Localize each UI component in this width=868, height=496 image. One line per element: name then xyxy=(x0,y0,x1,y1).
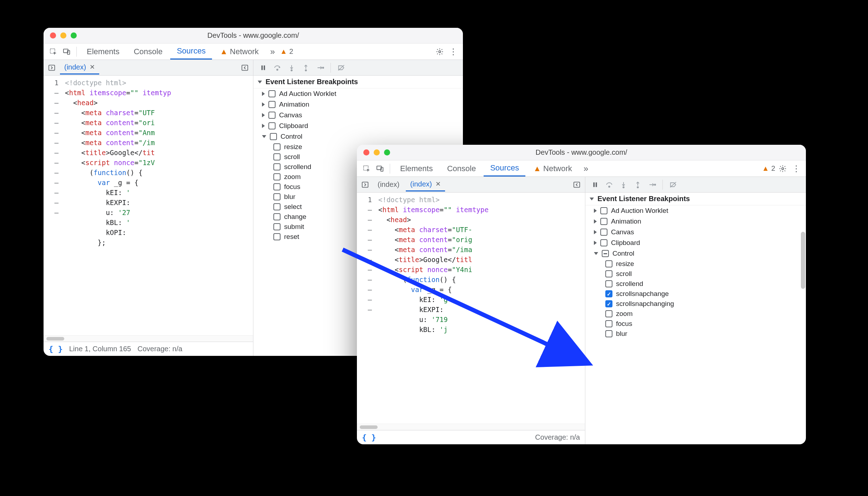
checkbox[interactable] xyxy=(605,280,612,287)
category-animation[interactable]: Animation xyxy=(253,99,463,110)
step-out-icon[interactable] xyxy=(632,179,644,191)
checkbox[interactable] xyxy=(605,290,612,297)
category-clipboard[interactable]: Clipboard xyxy=(585,237,806,248)
inspect-icon[interactable] xyxy=(47,46,59,58)
checkbox[interactable] xyxy=(273,223,281,230)
device-icon[interactable] xyxy=(374,163,386,175)
category-canvas[interactable]: Canvas xyxy=(585,227,806,237)
close-icon[interactable] xyxy=(363,149,369,155)
step-into-icon[interactable] xyxy=(617,179,630,191)
warnings-badge[interactable]: ▲2 xyxy=(280,47,293,56)
step-over-icon[interactable] xyxy=(603,179,615,191)
maximize-icon[interactable] xyxy=(384,149,390,155)
event-scrollsnapchanging[interactable]: scrollsnapchanging xyxy=(585,299,806,309)
checkbox[interactable] xyxy=(273,203,281,210)
event-scrollsnapchange[interactable]: scrollsnapchange xyxy=(585,289,806,299)
checkbox[interactable] xyxy=(268,112,276,119)
category-ad auction worklet[interactable]: Ad Auction Worklet xyxy=(253,88,463,99)
tab-network[interactable]: ▲ Network xyxy=(213,44,265,60)
event-blur[interactable]: blur xyxy=(585,329,806,339)
deactivate-breakpoints-icon[interactable] xyxy=(335,62,347,74)
event-scrollend[interactable]: scrollend xyxy=(585,279,806,289)
close-icon[interactable]: ✕ xyxy=(90,63,95,71)
deactivate-breakpoints-icon[interactable] xyxy=(667,179,679,191)
checkbox[interactable] xyxy=(600,207,607,214)
category-clipboard[interactable]: Clipboard xyxy=(253,121,463,131)
checkbox[interactable] xyxy=(268,122,276,129)
checkbox[interactable] xyxy=(602,250,609,257)
checkbox[interactable] xyxy=(600,218,607,225)
tab-network[interactable]: ▲ Network xyxy=(527,161,579,177)
pretty-print-icon[interactable]: { } xyxy=(362,433,376,442)
event-scroll[interactable]: scroll xyxy=(585,269,806,279)
kebab-icon[interactable]: ⋮ xyxy=(790,163,802,175)
category-canvas[interactable]: Canvas xyxy=(253,110,463,121)
debugger-toggle-icon[interactable] xyxy=(239,62,251,74)
file-tab-index[interactable]: (index) ✕ xyxy=(60,61,99,75)
checkbox[interactable] xyxy=(600,239,607,246)
event-listener-breakpoints-header[interactable]: Event Listener Breakpoints xyxy=(253,76,463,88)
checkbox[interactable] xyxy=(273,153,281,160)
titlebar[interactable]: DevTools - www.google.com/ xyxy=(357,145,806,160)
category-animation[interactable]: Animation xyxy=(585,216,806,227)
horizontal-scrollbar[interactable] xyxy=(357,424,585,430)
checkbox[interactable] xyxy=(273,183,281,190)
close-icon[interactable]: ✕ xyxy=(435,180,441,188)
navigator-toggle-icon[interactable] xyxy=(359,179,371,191)
code-editor[interactable]: 1––––––––––––– <!doctype html><html item… xyxy=(44,76,253,335)
close-icon[interactable] xyxy=(50,32,56,39)
checkbox[interactable] xyxy=(268,101,276,108)
checkbox[interactable] xyxy=(605,330,612,337)
step-out-icon[interactable] xyxy=(300,62,312,74)
inspect-icon[interactable] xyxy=(360,163,373,175)
settings-icon[interactable] xyxy=(434,46,446,58)
more-tabs-icon[interactable]: » xyxy=(580,163,592,175)
tab-sources[interactable]: Sources xyxy=(484,161,525,177)
breakpoints-panel[interactable]: Event Listener BreakpointsAd Auction Wor… xyxy=(585,193,806,444)
pause-icon[interactable] xyxy=(589,179,601,191)
file-tab-index-1[interactable]: (index) xyxy=(373,178,404,191)
step-icon[interactable] xyxy=(646,179,658,191)
tab-console[interactable]: Console xyxy=(127,44,169,60)
checkbox[interactable] xyxy=(605,260,612,267)
debugger-toggle-icon[interactable] xyxy=(571,179,583,191)
vertical-scrollbar[interactable] xyxy=(801,232,805,289)
navigator-toggle-icon[interactable] xyxy=(46,62,58,74)
titlebar[interactable]: DevTools - www.google.com/ xyxy=(44,28,463,44)
category-control[interactable]: Control xyxy=(253,131,463,142)
tab-elements[interactable]: Elements xyxy=(80,44,126,60)
checkbox[interactable] xyxy=(268,90,276,97)
tab-console[interactable]: Console xyxy=(441,161,483,177)
event-zoom[interactable]: zoom xyxy=(585,309,806,319)
kebab-icon[interactable]: ⋮ xyxy=(447,46,459,58)
step-over-icon[interactable] xyxy=(271,62,283,74)
checkbox[interactable] xyxy=(273,143,281,150)
checkbox[interactable] xyxy=(605,300,612,307)
event-resize[interactable]: resize xyxy=(585,259,806,269)
maximize-icon[interactable] xyxy=(71,32,77,39)
tab-elements[interactable]: Elements xyxy=(394,161,439,177)
warnings-badge[interactable]: ▲2 xyxy=(762,164,775,173)
horizontal-scrollbar[interactable] xyxy=(44,335,253,342)
category-ad auction worklet[interactable]: Ad Auction Worklet xyxy=(585,205,806,216)
checkbox[interactable] xyxy=(600,229,607,236)
checkbox[interactable] xyxy=(273,213,281,220)
event-focus[interactable]: focus xyxy=(585,319,806,329)
checkbox[interactable] xyxy=(273,233,281,240)
event-listener-breakpoints-header[interactable]: Event Listener Breakpoints xyxy=(585,193,806,205)
checkbox[interactable] xyxy=(273,163,281,170)
pretty-print-icon[interactable]: { } xyxy=(49,344,63,353)
settings-icon[interactable] xyxy=(777,163,789,175)
checkbox[interactable] xyxy=(273,193,281,200)
device-icon[interactable] xyxy=(61,46,73,58)
code-editor[interactable]: 1––––––––––– <!doctype html><html itemsc… xyxy=(357,193,585,424)
tab-sources[interactable]: Sources xyxy=(170,44,212,60)
checkbox[interactable] xyxy=(605,310,612,317)
minimize-icon[interactable] xyxy=(60,32,66,39)
step-icon[interactable] xyxy=(314,62,326,74)
more-tabs-icon[interactable]: » xyxy=(267,46,279,58)
checkbox[interactable] xyxy=(605,270,612,277)
category-control[interactable]: Control xyxy=(585,248,806,259)
step-into-icon[interactable] xyxy=(286,62,298,74)
minimize-icon[interactable] xyxy=(374,149,380,155)
